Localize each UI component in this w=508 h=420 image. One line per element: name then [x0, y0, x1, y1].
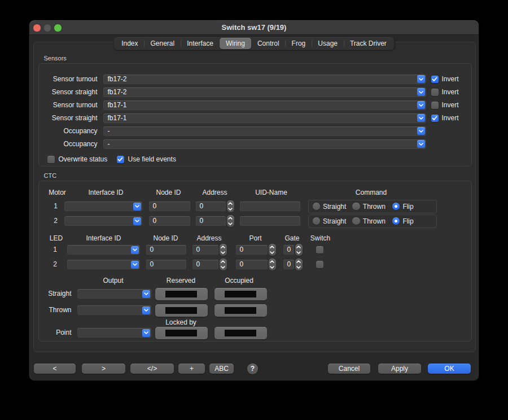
sensor-combobox[interactable]: - [103, 126, 426, 136]
led-interface-combobox[interactable] [67, 260, 140, 269]
cancel-button[interactable]: Cancel [328, 364, 370, 374]
led-gate-field[interactable]: 0 [283, 260, 294, 269]
led-node-id-field[interactable]: 0 [146, 260, 186, 269]
motor-node-id-field[interactable]: 0 [149, 216, 190, 226]
led-gate-stepper[interactable] [295, 244, 303, 256]
reserved-header: Reserved [167, 277, 195, 285]
led-port-field[interactable]: 0 [236, 260, 268, 269]
motor-address-stepper[interactable] [227, 200, 234, 212]
sensor-combobox-value: fb17-2 [108, 88, 127, 97]
reserved-indicator-button[interactable] [155, 288, 208, 300]
tab-usage[interactable]: Usage [312, 38, 344, 49]
invert-checkbox[interactable] [431, 89, 439, 97]
combo-dropdown-icon[interactable] [133, 203, 141, 211]
radio-flip[interactable] [392, 217, 400, 225]
motor-node-id-field[interactable]: 0 [149, 202, 190, 211]
motor-uid-name-field[interactable] [240, 216, 300, 226]
sensor-combobox[interactable]: fb17-1 [103, 100, 426, 110]
combo-dropdown-icon[interactable] [417, 88, 425, 96]
combo-dropdown-icon[interactable] [133, 217, 141, 225]
combo-dropdown-icon[interactable] [131, 261, 139, 269]
invert-checkbox[interactable] [431, 76, 439, 84]
overwrite-status-checkbox[interactable] [47, 156, 55, 164]
radio-thrown[interactable] [352, 217, 360, 225]
output-combobox[interactable] [77, 305, 151, 315]
output-combobox[interactable] [77, 289, 151, 299]
combo-dropdown-icon[interactable] [417, 101, 425, 109]
tab-frog[interactable]: Frog [286, 38, 312, 49]
radio-flip[interactable] [392, 203, 400, 211]
tab-wiring[interactable]: Wiring [220, 38, 251, 49]
combo-dropdown-icon[interactable] [417, 75, 425, 83]
led-node-id-field[interactable]: 0 [146, 245, 186, 255]
tab-interface[interactable]: Interface [181, 38, 220, 49]
motor-address-stepper[interactable] [227, 215, 234, 227]
radio-thrown-item: Thrown [352, 217, 386, 225]
reserved-indicator-button[interactable] [155, 327, 208, 339]
led-gate-field[interactable]: 0 [283, 245, 294, 255]
occupied-indicator-button[interactable] [214, 304, 267, 317]
output-combobox[interactable] [77, 328, 151, 338]
tab-control[interactable]: Control [251, 38, 286, 49]
led-address-stepper[interactable] [220, 259, 227, 270]
led-port-stepper[interactable] [269, 244, 276, 256]
invert-checkbox[interactable] [431, 115, 439, 123]
invert-checkbox[interactable] [431, 102, 439, 110]
overwrite-status-label: Overwrite status [59, 155, 108, 164]
led-switch-checkbox[interactable] [316, 246, 324, 254]
code-button[interactable]: </> [130, 364, 174, 374]
next-button[interactable]: > [82, 364, 125, 374]
motor-address-field[interactable]: 0 [196, 202, 226, 211]
combo-dropdown-icon[interactable] [417, 140, 425, 148]
led-switch-checkbox[interactable] [316, 261, 324, 269]
led-gate-stepper[interactable] [295, 259, 303, 270]
radio-thrown-label: Thrown [363, 203, 386, 211]
add-button[interactable]: + [178, 364, 205, 374]
apply-button[interactable]: Apply [378, 364, 421, 374]
motor-interface-combobox[interactable] [64, 216, 142, 226]
led-port-field[interactable]: 0 [236, 245, 268, 255]
led-address-stepper[interactable] [220, 244, 227, 256]
motor-interface-combobox[interactable] [64, 202, 142, 211]
sensor-combobox[interactable]: fb17-2 [103, 75, 426, 84]
locked-by-label: Locked by [165, 318, 196, 326]
tab-index[interactable]: Index [115, 38, 144, 49]
tab-track-driver[interactable]: Track Driver [344, 38, 393, 49]
occupied-indicator-button[interactable] [214, 327, 267, 339]
radio-thrown[interactable] [352, 203, 360, 211]
led-header: LED [50, 234, 63, 242]
combo-dropdown-icon[interactable] [142, 329, 150, 337]
radio-straight-item: Straight [313, 203, 347, 211]
combo-dropdown-icon[interactable] [142, 290, 150, 298]
combo-dropdown-icon[interactable] [417, 127, 425, 135]
led-address-field[interactable]: 0 [192, 260, 218, 269]
title-bar[interactable]: Switch sw17 (9/19) [29, 20, 479, 35]
abc-button[interactable]: ABC [209, 364, 234, 374]
motor-row: 200StraightThrownFlip [39, 215, 471, 228]
prev-button[interactable]: < [34, 364, 76, 374]
motor-node-id-header: Node ID [156, 189, 181, 196]
help-button[interactable]: ? [247, 364, 258, 374]
led-row: 20000 [39, 259, 471, 271]
sensor-combobox[interactable]: fb17-1 [103, 113, 426, 123]
motor-address-field[interactable]: 0 [196, 216, 226, 226]
led-port-stepper[interactable] [269, 259, 276, 270]
radio-flip-item: Flip [392, 217, 414, 225]
invert-label: Invert [442, 75, 459, 84]
led-address-field[interactable]: 0 [192, 245, 218, 255]
occupied-indicator-button[interactable] [214, 288, 267, 300]
radio-straight[interactable] [313, 217, 321, 225]
ok-button[interactable]: OK [428, 364, 471, 374]
reserved-indicator-button[interactable] [155, 304, 208, 317]
combo-dropdown-icon[interactable] [417, 114, 425, 122]
sensor-combobox[interactable]: fb17-2 [103, 88, 426, 97]
sensor-combobox[interactable]: - [103, 139, 426, 149]
motor-uid-name-field[interactable] [240, 202, 300, 211]
led-interface-combobox[interactable] [67, 245, 140, 255]
use-field-events-checkbox[interactable] [117, 156, 125, 164]
radio-straight[interactable] [313, 203, 321, 211]
ctc-groupbox: CTC Motor Interface ID Node ID Address U… [38, 181, 472, 342]
combo-dropdown-icon[interactable] [142, 307, 150, 314]
tab-general[interactable]: General [144, 38, 181, 49]
combo-dropdown-icon[interactable] [131, 246, 139, 254]
